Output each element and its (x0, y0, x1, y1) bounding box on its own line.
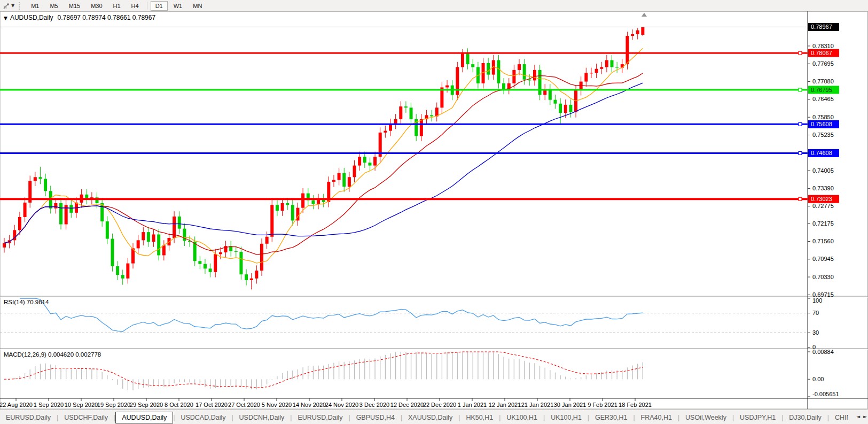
chart-tab-uk100-h1[interactable]: UK100,H1 (545, 412, 588, 423)
price-badge-label: 0.76795 (811, 87, 832, 93)
chart-tab-ger30-h1[interactable]: GER30,H1 (589, 412, 633, 423)
timeframe-button-d1[interactable]: D1 (151, 1, 168, 11)
price-tick-label: 0.77080 (812, 78, 834, 84)
hline-handle (799, 197, 802, 201)
date-label: 14 Nov 2020 (293, 402, 326, 408)
price-tick-label: 0.70330 (812, 274, 834, 280)
chart-tab-fra40-h1[interactable]: FRA40,H1 (635, 412, 678, 423)
chart-tab-audusd-daily[interactable]: AUDUSD,Daily (115, 412, 173, 423)
date-label: 22 Dec 2020 (423, 402, 456, 408)
date-label: 1 Jan 2021 (458, 402, 487, 408)
chart-tab-china300-h1[interactable]: CHINA300,H1 (829, 412, 848, 423)
date-label: 17 Oct 2020 (196, 402, 228, 408)
macd-panel: 0.008840.00-0.005651 (4, 349, 839, 397)
tab-scroll-controls: ◄ ► (856, 414, 867, 419)
timeframe-button-mn[interactable]: MN (188, 1, 207, 11)
rsi-line (20, 298, 643, 332)
price-tick-label: 0.78310 (812, 43, 834, 49)
chart-tab-usoil-weekly[interactable]: USOil,Weekly (679, 412, 732, 423)
crosshair-tool-icon[interactable] (2, 1, 11, 10)
date-label: 1 Sep 2020 (34, 402, 64, 408)
timeframe-button-w1[interactable]: W1 (169, 1, 187, 11)
rsi-panel: 10070300 (0, 297, 822, 350)
chart-title: ▼AUDUSD,Daily0.78697 0.78974 0.78661 0.7… (4, 14, 155, 21)
chart-tab-usdcnh-daily[interactable]: USDCNH,Daily (233, 412, 291, 423)
crosshair-tool-glyph (3, 2, 10, 10)
date-label: 19 Sep 2020 (97, 402, 130, 408)
chart-tab-bar: EURUSD,Daily|USDCHF,Daily|AUDUSD,Daily|U… (0, 410, 868, 424)
macd-tick-label: -0.005651 (812, 391, 839, 397)
date-label: 18 Feb 2021 (619, 402, 652, 408)
timeframe-button-m1[interactable]: M1 (26, 1, 44, 11)
rsi-tick-label: 70 (812, 310, 819, 316)
price-tick-label: 0.72175 (812, 220, 834, 227)
chart-tab-usdjpy-h1[interactable]: USDJPY,H1 (734, 412, 781, 423)
ma-mid (4, 73, 643, 255)
chart-symbol-label: AUDUSD,Daily (10, 14, 53, 21)
hlines-layer[interactable] (0, 51, 808, 201)
chart-tab-gbpusd-h4[interactable]: GBPUSD,H4 (350, 412, 401, 423)
rsi-tick-label: 100 (812, 297, 822, 304)
ma-fast (4, 48, 643, 263)
chart-tab-eurusd-daily[interactable]: EURUSD,Daily (292, 412, 348, 423)
trading-platform-window: ▼ M1M5M15M30H1H4D1W1MN 100703000.783100.… (0, 0, 868, 424)
price-tick-label: 0.73390 (812, 185, 834, 191)
date-label: 8 Oct 2020 (165, 402, 193, 408)
price-badge-label: 0.73023 (811, 196, 832, 202)
date-label: 27 Oct 2020 (228, 402, 260, 408)
hline-handle (799, 122, 802, 126)
chart-tab-usdcad-daily[interactable]: USDCAD,Daily (175, 412, 231, 423)
timeframe-button-h4[interactable]: H4 (127, 1, 144, 11)
shift-marker[interactable] (642, 13, 647, 17)
chart-tab-hk50-h1[interactable]: HK50,H1 (460, 412, 499, 423)
price-tick-label: 0.72775 (812, 203, 834, 209)
timeframe-button-m5[interactable]: M5 (45, 1, 62, 11)
date-label: 21 Jan 2021 (521, 402, 554, 408)
macd-name: MACD(12,26,9) (4, 351, 46, 358)
moving-averages-layer (4, 48, 643, 263)
symbol-caret-icon[interactable]: ▼ (4, 16, 7, 21)
rsi-value: 70.9814 (27, 299, 49, 305)
chart-tab-xauusd-daily[interactable]: XAUUSD,Daily (402, 412, 458, 423)
candles-layer (3, 27, 644, 289)
chart-tab-dj30-daily[interactable]: DJ30,Daily (783, 412, 827, 423)
date-label: 22 Aug 2020 (0, 402, 33, 408)
date-label: 5 Nov 2020 (262, 402, 292, 408)
price-tick-label: 0.76465 (812, 96, 834, 102)
ma-slow (4, 83, 643, 243)
price-badge-label: 0.78067 (811, 50, 832, 56)
chart-tab-uk100-h1[interactable]: UK100,H1 (501, 412, 543, 423)
price-tick-label: 0.74005 (812, 167, 834, 174)
tabs-scroll-left-icon[interactable]: ◄ (856, 414, 860, 419)
date-label: 10 Sep 2020 (65, 402, 98, 408)
macd-indicator-label: MACD(12,26,9) 0.004620 0.002778 (4, 351, 101, 358)
toolbar-dropdown-caret-icon[interactable]: ▼ (11, 3, 14, 8)
date-label: 30 Jan 2021 (554, 402, 587, 408)
date-label: 12 Jan 2021 (489, 402, 521, 408)
timeframe-toolbar: ▼ M1M5M15M30H1H4D1W1MN (0, 0, 868, 12)
date-label: 12 Dec 2020 (390, 402, 424, 408)
price-badge-label: 0.74608 (811, 150, 832, 156)
timeframe-button-m15[interactable]: M15 (64, 1, 85, 11)
hline-handle (799, 51, 802, 55)
price-tick-label: 0.75850 (812, 114, 834, 120)
date-label: 29 Sep 2020 (130, 402, 163, 408)
macd-values: 0.004620 0.002778 (48, 351, 101, 358)
price-tick-label: 0.75235 (812, 132, 834, 138)
date-label: 9 Feb 2021 (588, 402, 617, 408)
tabs-scroll-right-icon[interactable]: ► (863, 414, 867, 419)
chart-tab-usdchf-daily[interactable]: USDCHF,Daily (58, 412, 114, 423)
chart-tab-eurusd-daily[interactable]: EURUSD,Daily (0, 412, 57, 423)
price-tick-label: 0.71560 (812, 238, 834, 244)
price-tick-label: 0.70945 (812, 256, 834, 262)
price-badge-label: 0.78967 (811, 24, 832, 30)
price-badge-label: 0.75608 (811, 121, 832, 127)
chart-tabs-group: EURUSD,Daily|USDCHF,Daily|AUDUSD,Daily|U… (0, 410, 848, 424)
hline-handle (799, 151, 802, 155)
timeframe-button-h1[interactable]: H1 (108, 1, 126, 11)
price-chart-canvas[interactable]: 100703000.783100.776950.770800.764650.75… (0, 11, 868, 410)
toolbar-drag-handle[interactable] (19, 2, 21, 10)
rsi-name: RSI(14) (4, 299, 25, 305)
date-label: 3 Dec 2020 (359, 402, 389, 408)
timeframe-button-m30[interactable]: M30 (86, 1, 107, 11)
